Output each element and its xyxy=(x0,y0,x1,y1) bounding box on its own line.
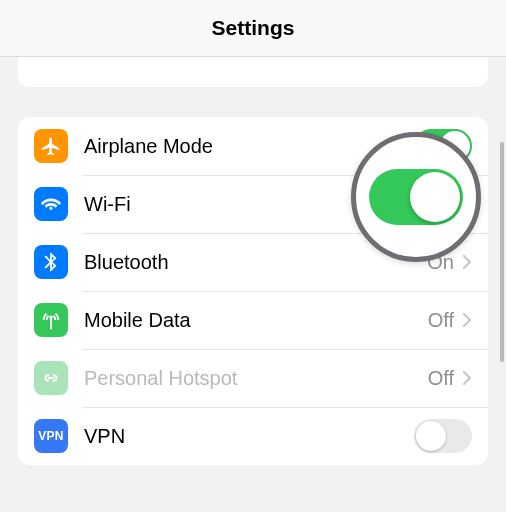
bluetooth-label: Bluetooth xyxy=(84,251,427,274)
airplane-icon xyxy=(34,129,68,163)
vpn-label: VPN xyxy=(84,425,414,448)
mobile-data-label: Mobile Data xyxy=(84,309,428,332)
chevron-right-icon xyxy=(462,370,472,386)
previous-group-fragment xyxy=(18,57,488,87)
toggle-knob xyxy=(410,172,460,222)
mobile-data-value: Off xyxy=(428,309,454,332)
airplane-label: Airplane Mode xyxy=(84,135,414,158)
magnifier-highlight xyxy=(351,132,481,262)
vpn-toggle[interactable] xyxy=(414,419,472,453)
row-vpn[interactable]: VPN VPN xyxy=(18,407,488,465)
personal-hotspot-value: Off xyxy=(428,367,454,390)
antenna-icon xyxy=(34,303,68,337)
vpn-icon-text: VPN xyxy=(38,429,64,443)
toggle-knob xyxy=(416,421,446,451)
content-area: Airplane Mode Wi-Fi Off Bluetooth On xyxy=(0,57,506,512)
scrollbar[interactable] xyxy=(500,142,504,362)
bluetooth-icon xyxy=(34,245,68,279)
vpn-icon: VPN xyxy=(34,419,68,453)
magnified-airplane-toggle xyxy=(369,169,463,225)
chevron-right-icon xyxy=(462,312,472,328)
personal-hotspot-label: Personal Hotspot xyxy=(84,367,428,390)
navbar: Settings xyxy=(0,0,506,57)
page-title: Settings xyxy=(212,16,295,40)
chevron-right-icon xyxy=(462,254,472,270)
wifi-icon xyxy=(34,187,68,221)
row-mobile-data[interactable]: Mobile Data Off xyxy=(18,291,488,349)
hotspot-icon xyxy=(34,361,68,395)
row-personal-hotspot[interactable]: Personal Hotspot Off xyxy=(18,349,488,407)
